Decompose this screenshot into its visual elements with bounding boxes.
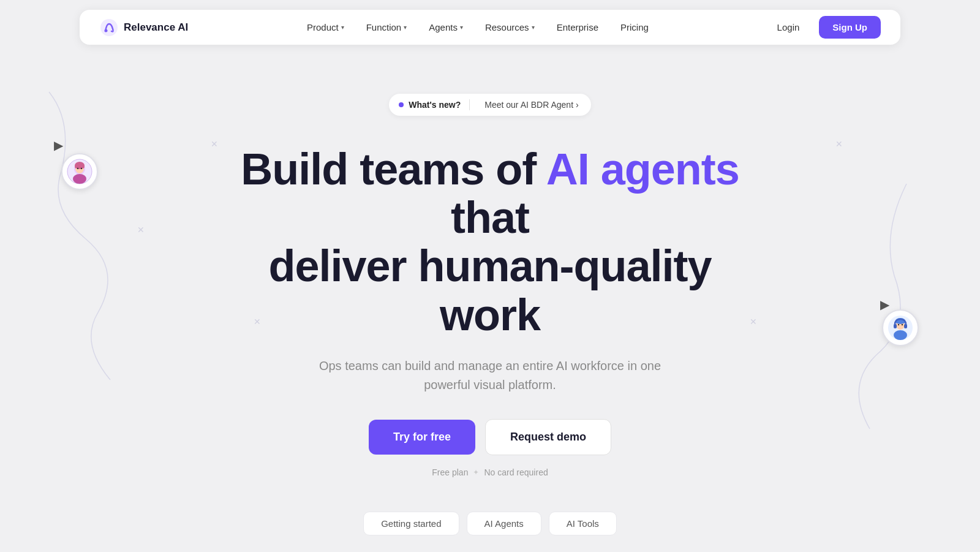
tab-ai-agents[interactable]: AI Agents [467, 512, 541, 535]
nav-label-pricing: Pricing [620, 22, 649, 32]
hero-subtitle-line2: powerful visual platform. [424, 378, 556, 391]
navbar: Relevance AI Product ▾ Function ▾ Agents… [80, 10, 900, 45]
free-plan-text: Free plan [432, 467, 468, 477]
svg-point-21 [898, 324, 899, 325]
tab-getting-started[interactable]: Getting started [363, 512, 459, 535]
hero-title: Build teams of AI agents that deliver hu… [214, 145, 766, 339]
hero-title-plain1: Build teams of [241, 145, 546, 194]
svg-rect-10 [75, 165, 85, 168]
free-plan-note: Free plan ✦ No card required [432, 467, 548, 477]
nav-item-function[interactable]: Function ▾ [356, 17, 417, 37]
navbar-wrapper: Relevance AI Product ▾ Function ▾ Agents… [0, 0, 980, 45]
nav-item-agents[interactable]: Agents ▾ [419, 17, 473, 37]
navbar-actions: Login Sign Up [767, 16, 881, 39]
chevron-product-icon: ▾ [341, 24, 344, 31]
cursor-left-icon: ▶ [54, 138, 63, 153]
svg-point-23 [100, 19, 118, 36]
banner-link-chevron-icon: › [576, 100, 579, 110]
logo-link[interactable]: Relevance AI [99, 18, 188, 37]
nav-label-product: Product [307, 22, 339, 32]
chevron-function-icon: ▾ [404, 24, 407, 31]
cta-buttons: Try for free Request demo [369, 419, 611, 455]
svg-point-13 [81, 168, 82, 169]
navbar-nav: Product ▾ Function ▾ Agents ▾ Resources … [297, 17, 658, 37]
nav-label-function: Function [366, 22, 402, 32]
avatar-left [61, 153, 98, 190]
bottom-tabs: Getting started AI Agents AI Tools [363, 512, 617, 535]
hero-title-line2: deliver human-quality work [268, 241, 711, 339]
diamond-icon: ✦ [473, 468, 479, 477]
hero-subtitle: Ops teams can build and manage an entire… [319, 357, 661, 395]
nav-item-resources[interactable]: Resources ▾ [475, 17, 545, 37]
logo-icon [99, 18, 119, 37]
svg-point-20 [894, 330, 907, 340]
announcement-banner: What's new? Meet our AI BDR Agent › [389, 94, 590, 116]
banner-whats-new-text: What's new? [409, 100, 461, 110]
tab-ai-tools[interactable]: AI Tools [549, 512, 617, 535]
signup-button[interactable]: Sign Up [819, 16, 881, 39]
chevron-resources-icon: ▾ [532, 24, 535, 31]
try-free-button[interactable]: Try for free [369, 420, 475, 455]
login-button[interactable]: Login [767, 17, 810, 37]
banner-divider [469, 99, 470, 110]
no-card-text: No card required [484, 467, 548, 477]
logo-text: Relevance AI [124, 21, 188, 34]
banner-dot-icon [399, 102, 404, 107]
banner-bdr-link[interactable]: Meet our AI BDR Agent › [477, 97, 586, 112]
svg-point-22 [902, 324, 903, 325]
svg-point-11 [73, 174, 86, 184]
svg-point-24 [105, 29, 108, 32]
hero-title-highlight: AI agents [546, 145, 739, 194]
svg-point-12 [77, 168, 78, 169]
svg-rect-19 [904, 324, 907, 328]
nav-item-enterprise[interactable]: Enterprise [547, 17, 608, 37]
avatar-left-image [61, 153, 98, 190]
nav-item-product[interactable]: Product ▾ [297, 17, 354, 37]
hero-subtitle-line1: Ops teams can build and manage an entire… [319, 359, 661, 372]
nav-label-enterprise: Enterprise [557, 22, 598, 32]
banner-link-text: Meet our AI BDR Agent [484, 100, 573, 110]
request-demo-button[interactable]: Request demo [485, 419, 611, 455]
main-content: What's new? Meet our AI BDR Agent › Buil… [0, 45, 980, 552]
nav-item-pricing[interactable]: Pricing [611, 17, 658, 37]
chevron-agents-icon: ▾ [460, 24, 463, 31]
nav-label-resources: Resources [485, 22, 529, 32]
avatar-right-image [882, 309, 919, 346]
avatar-right [882, 309, 919, 346]
hero-title-end: that [451, 193, 529, 242]
hero-heading: Build teams of AI agents that deliver hu… [214, 145, 766, 339]
svg-rect-18 [894, 324, 897, 328]
nav-label-agents: Agents [429, 22, 458, 32]
